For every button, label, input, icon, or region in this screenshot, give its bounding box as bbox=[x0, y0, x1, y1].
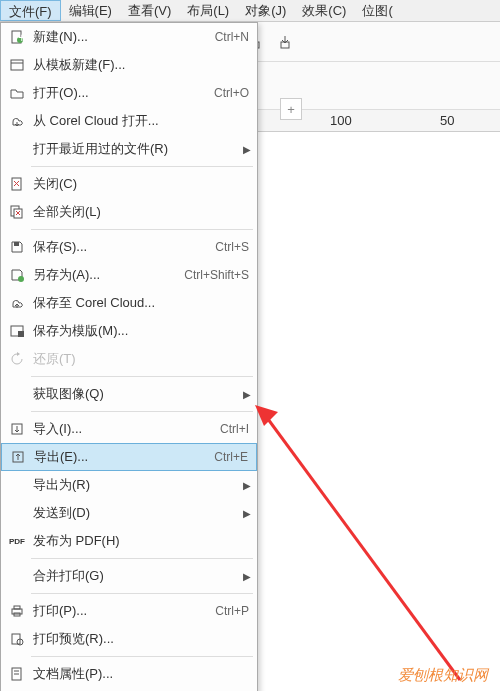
save-icon bbox=[5, 237, 29, 257]
label: 打开最近用过的文件(R) bbox=[29, 140, 249, 158]
menu-item-print[interactable]: 打印(P)... Ctrl+P bbox=[1, 597, 257, 625]
shortcut: Ctrl+N bbox=[215, 30, 249, 44]
menu-item-save-cloud[interactable]: 保存至 Corel Cloud... bbox=[1, 289, 257, 317]
menu-view[interactable]: 查看(V) bbox=[120, 0, 179, 21]
label: 文档属性(P)... bbox=[29, 665, 249, 683]
label: 保存(S)... bbox=[29, 238, 215, 256]
svg-point-25 bbox=[18, 276, 24, 282]
menu-item-print-preview[interactable]: 打印预览(R)... bbox=[1, 625, 257, 653]
menu-item-save[interactable]: 保存(S)... Ctrl+S bbox=[1, 233, 257, 261]
svg-rect-31 bbox=[14, 606, 20, 609]
menu-item-import[interactable]: 导入(I)... Ctrl+I bbox=[1, 415, 257, 443]
label: 全部关闭(L) bbox=[29, 203, 249, 221]
label: 从模板新建(F)... bbox=[29, 56, 249, 74]
close-doc-icon bbox=[5, 174, 29, 194]
menu-item-publish-pdf[interactable]: PDF 发布为 PDF(H) bbox=[1, 527, 257, 555]
menu-item-doc-properties[interactable]: 文档属性(P)... bbox=[1, 660, 257, 688]
label: 关闭(C) bbox=[29, 175, 249, 193]
shortcut: Ctrl+P bbox=[215, 604, 249, 618]
submenu-arrow-icon: ▶ bbox=[243, 389, 251, 400]
label: 保存至 Corel Cloud... bbox=[29, 294, 249, 312]
label: 导出为(R) bbox=[29, 476, 249, 494]
pdf-icon: PDF bbox=[5, 531, 29, 551]
menu-effect[interactable]: 效果(C) bbox=[294, 0, 354, 21]
menu-layout[interactable]: 布局(L) bbox=[179, 0, 237, 21]
submenu-arrow-icon: ▶ bbox=[243, 571, 251, 582]
save-template-icon bbox=[5, 321, 29, 341]
label: 打开(O)... bbox=[29, 84, 214, 102]
menu-item-open[interactable]: 打开(O)... Ctrl+O bbox=[1, 79, 257, 107]
submenu-arrow-icon: ▶ bbox=[243, 480, 251, 491]
add-page-icon[interactable]: + bbox=[280, 98, 302, 120]
menu-object[interactable]: 对象(J) bbox=[237, 0, 294, 21]
folder-icon bbox=[5, 83, 29, 103]
menu-item-save-template[interactable]: 保存为模版(M)... bbox=[1, 317, 257, 345]
menu-item-open-cloud[interactable]: 从 Corel Cloud 打开... bbox=[1, 107, 257, 135]
menu-item-acquire[interactable]: 获取图像(Q) ▶ bbox=[1, 380, 257, 408]
label: 还原(T) bbox=[29, 350, 249, 368]
close-all-icon bbox=[5, 202, 29, 222]
menu-bitmap[interactable]: 位图( bbox=[354, 0, 400, 21]
import-icon bbox=[5, 419, 29, 439]
submenu-arrow-icon: ▶ bbox=[243, 144, 251, 155]
menu-item-recent[interactable]: 打开最近用过的文件(R) ▶ bbox=[1, 135, 257, 163]
label: 从 Corel Cloud 打开... bbox=[29, 112, 249, 130]
label: 导入(I)... bbox=[29, 420, 220, 438]
menu-item-merge-print[interactable]: 合并打印(G) ▶ bbox=[1, 562, 257, 590]
menu-item-revert: 还原(T) bbox=[1, 345, 257, 373]
menu-item-save-as[interactable]: 另存为(A)... Ctrl+Shift+S bbox=[1, 261, 257, 289]
svg-rect-24 bbox=[14, 242, 19, 246]
svg-rect-15 bbox=[11, 60, 23, 70]
menu-item-new[interactable]: + 新建(N)... Ctrl+N bbox=[1, 23, 257, 51]
menu-item-new-template[interactable]: 从模板新建(F)... bbox=[1, 51, 257, 79]
menu-item-send-to[interactable]: 发送到(D) ▶ bbox=[1, 499, 257, 527]
label: 打印预览(R)... bbox=[29, 630, 249, 648]
watermark: 爱刨根知识网 bbox=[398, 666, 488, 685]
shortcut: Ctrl+O bbox=[214, 86, 249, 100]
shortcut: Ctrl+Shift+S bbox=[184, 268, 249, 282]
export-icon bbox=[6, 447, 30, 467]
cloud-up-icon bbox=[5, 293, 29, 313]
shortcut: Ctrl+I bbox=[220, 422, 249, 436]
menu-item-export-as[interactable]: 导出为(R) ▶ bbox=[1, 471, 257, 499]
properties-icon bbox=[5, 664, 29, 684]
svg-rect-27 bbox=[18, 331, 24, 337]
label: 导出(E)... bbox=[30, 448, 214, 466]
label: 打印(P)... bbox=[29, 602, 215, 620]
menu-item-close-all[interactable]: 全部关闭(L) bbox=[1, 198, 257, 226]
ruler-tick: 50 bbox=[440, 113, 454, 128]
shortcut: Ctrl+S bbox=[215, 240, 249, 254]
menu-edit[interactable]: 编辑(E) bbox=[61, 0, 120, 21]
new-icon: + bbox=[5, 27, 29, 47]
import-icon[interactable] bbox=[271, 28, 299, 56]
label: 另存为(A)... bbox=[29, 266, 184, 284]
label: 合并打印(G) bbox=[29, 567, 249, 585]
label: 获取图像(Q) bbox=[29, 385, 249, 403]
menu-file[interactable]: 文件(F) bbox=[0, 0, 61, 21]
label: 发送到(D) bbox=[29, 504, 249, 522]
file-menu: + 新建(N)... Ctrl+N 从模板新建(F)... 打开(O)... C… bbox=[0, 22, 258, 691]
save-as-icon bbox=[5, 265, 29, 285]
svg-text:+: + bbox=[18, 30, 25, 45]
label: 新建(N)... bbox=[29, 28, 215, 46]
ruler-tick: 100 bbox=[330, 113, 352, 128]
menu-item-close[interactable]: 关闭(C) bbox=[1, 170, 257, 198]
print-icon bbox=[5, 601, 29, 621]
label: 发布为 PDF(H) bbox=[29, 532, 249, 550]
menu-item-export[interactable]: 导出(E)... Ctrl+E bbox=[1, 443, 257, 471]
cloud-down-icon bbox=[5, 111, 29, 131]
label: 保存为模版(M)... bbox=[29, 322, 249, 340]
shortcut: Ctrl+E bbox=[214, 450, 248, 464]
submenu-arrow-icon: ▶ bbox=[243, 508, 251, 519]
template-icon bbox=[5, 55, 29, 75]
print-preview-icon bbox=[5, 629, 29, 649]
menubar: 文件(F) 编辑(E) 查看(V) 布局(L) 对象(J) 效果(C) 位图( bbox=[0, 0, 500, 22]
revert-icon bbox=[5, 349, 29, 369]
